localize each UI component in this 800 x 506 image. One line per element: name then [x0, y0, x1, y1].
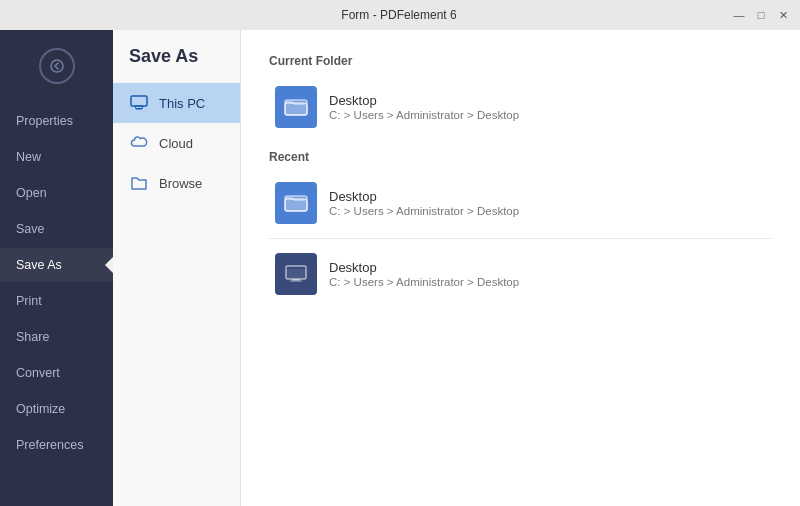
- minimize-button[interactable]: —: [730, 6, 748, 24]
- recent-item-0-name: Desktop: [329, 189, 519, 204]
- current-folder-info: Desktop C: > Users > Administrator > Des…: [329, 93, 519, 121]
- svg-rect-7: [285, 199, 307, 211]
- mid-item-this-pc-label: This PC: [159, 96, 205, 111]
- current-folder-section: Current Folder Desktop C: > Users > Admi…: [269, 54, 772, 136]
- recent-item-1-icon: [275, 253, 317, 295]
- title-bar: Form - PDFelement 6 — □ ✕: [0, 0, 800, 30]
- mid-item-this-pc[interactable]: This PC: [113, 83, 240, 123]
- sidebar-item-convert[interactable]: Convert: [0, 356, 113, 390]
- content-area: Current Folder Desktop C: > Users > Admi…: [241, 30, 800, 506]
- mid-item-browse[interactable]: Browse: [113, 163, 240, 203]
- sidebar-item-optimize[interactable]: Optimize: [0, 392, 113, 426]
- sidebar-item-open[interactable]: Open: [0, 176, 113, 210]
- svg-rect-11: [290, 280, 302, 282]
- sidebar-item-new[interactable]: New: [0, 140, 113, 174]
- monitor-icon: [129, 93, 149, 113]
- sidebar-item-save-as[interactable]: Save As: [0, 248, 113, 282]
- sidebar-item-save[interactable]: Save: [0, 212, 113, 246]
- svg-rect-3: [136, 106, 143, 109]
- svg-point-0: [51, 60, 63, 72]
- mid-panel-title: Save As: [113, 46, 240, 83]
- sidebar-item-properties[interactable]: Properties: [0, 104, 113, 138]
- current-folder-item[interactable]: Desktop C: > Users > Administrator > Des…: [269, 78, 772, 136]
- mid-item-browse-label: Browse: [159, 176, 202, 191]
- sidebar-item-print[interactable]: Print: [0, 284, 113, 318]
- back-button[interactable]: [39, 48, 75, 84]
- title-bar-controls: — □ ✕: [730, 6, 792, 24]
- recent-section: Recent Desktop C: > Users > Administrato…: [269, 150, 772, 303]
- recent-item-1[interactable]: Desktop C: > Users > Administrator > Des…: [269, 245, 772, 303]
- current-folder-path: C: > Users > Administrator > Desktop: [329, 109, 519, 121]
- current-folder-label: Current Folder: [269, 54, 772, 68]
- mid-item-cloud-label: Cloud: [159, 136, 193, 151]
- mid-panel: Save As This PC Cloud: [113, 30, 241, 506]
- recent-item-0-icon: [275, 182, 317, 224]
- cloud-icon: [129, 133, 149, 153]
- recent-item-1-path: C: > Users > Administrator > Desktop: [329, 276, 519, 288]
- sidebar: Properties New Open Save Save As Print S…: [0, 30, 113, 506]
- main-layout: Properties New Open Save Save As Print S…: [0, 30, 800, 506]
- current-folder-name: Desktop: [329, 93, 519, 108]
- folder-icon: [129, 173, 149, 193]
- sidebar-item-preferences[interactable]: Preferences: [0, 428, 113, 462]
- close-button[interactable]: ✕: [774, 6, 792, 24]
- recent-item-0-info: Desktop C: > Users > Administrator > Des…: [329, 189, 519, 217]
- recent-item-0[interactable]: Desktop C: > Users > Administrator > Des…: [269, 174, 772, 232]
- recent-item-0-path: C: > Users > Administrator > Desktop: [329, 205, 519, 217]
- recent-label: Recent: [269, 150, 772, 164]
- current-folder-icon: [275, 86, 317, 128]
- restore-button[interactable]: □: [752, 6, 770, 24]
- recent-item-1-info: Desktop C: > Users > Administrator > Des…: [329, 260, 519, 288]
- sidebar-navigation: Properties New Open Save Save As Print S…: [0, 104, 113, 462]
- title-bar-title: Form - PDFelement 6: [68, 8, 730, 22]
- recent-item-1-name: Desktop: [329, 260, 519, 275]
- svg-rect-9: [286, 269, 306, 279]
- svg-rect-5: [285, 103, 307, 115]
- mid-item-cloud[interactable]: Cloud: [113, 123, 240, 163]
- sidebar-item-share[interactable]: Share: [0, 320, 113, 354]
- recent-divider: [269, 238, 772, 239]
- svg-rect-1: [131, 96, 147, 106]
